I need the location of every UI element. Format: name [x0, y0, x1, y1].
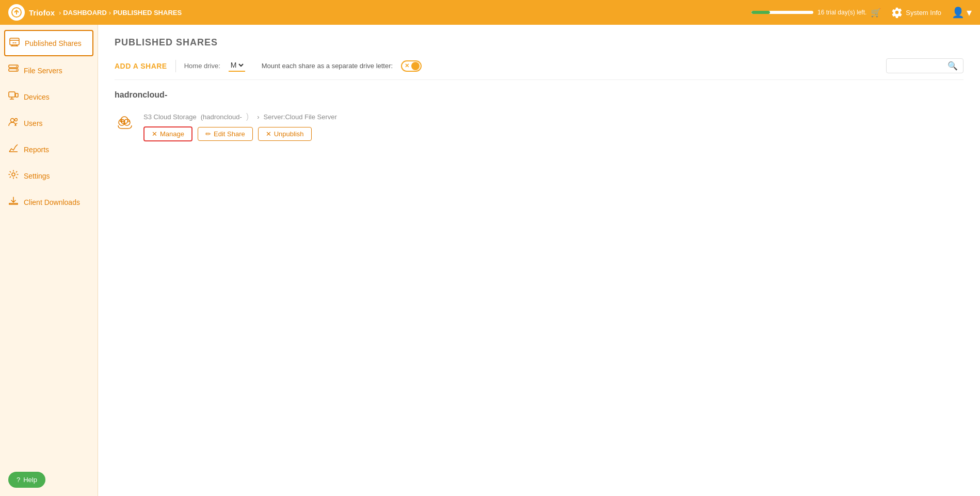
- toggle-x-icon: ✕: [405, 62, 409, 69]
- svg-point-6: [16, 66, 17, 67]
- manage-button[interactable]: ✕ Manage: [143, 126, 192, 141]
- svg-point-15: [12, 173, 15, 176]
- breadcrumb-sep2: ›: [109, 9, 111, 17]
- edit-share-button[interactable]: ✏ Edit Share: [198, 127, 253, 141]
- toggle-container: ✕: [401, 60, 422, 72]
- sidebar-item-users[interactable]: Users: [0, 110, 98, 136]
- gear-icon: [891, 7, 903, 18]
- share-meta: S3 Cloud Storage (hadroncloud- ) › Serve…: [143, 112, 963, 121]
- unpublish-icon: ✕: [266, 130, 271, 138]
- svg-point-12: [11, 119, 14, 122]
- search-input[interactable]: [892, 62, 944, 70]
- toolbar-row: ADD A SHARE Home drive: M N O P Mount ea…: [115, 58, 963, 80]
- sidebar-file-servers-label: File Servers: [24, 67, 62, 75]
- devices-icon: [8, 91, 19, 103]
- manage-icon: ✕: [152, 130, 157, 138]
- edit-icon: ✏: [205, 130, 211, 138]
- help-button[interactable]: ? Help: [8, 472, 45, 488]
- sidebar-item-reports[interactable]: Reports: [0, 136, 98, 163]
- mount-label: Mount each share as a separate drive let…: [262, 62, 393, 70]
- help-label: Help: [23, 476, 37, 484]
- share-name: (hadroncloud-: [201, 113, 242, 121]
- breadcrumb-dashboard[interactable]: DASHBOARD: [63, 9, 107, 17]
- reports-icon: [8, 143, 19, 155]
- share-type: S3 Cloud Storage: [143, 113, 197, 121]
- header: Triofox › DASHBOARD › PUBLISHED SHARES 1…: [0, 0, 980, 25]
- sidebar-published-shares-label: Published Shares: [25, 39, 82, 47]
- sidebar-devices-label: Devices: [24, 93, 50, 101]
- share-actions: ✕ Manage ✏ Edit Share ✕ Unpublish: [143, 126, 963, 141]
- manage-label: Manage: [160, 130, 184, 138]
- header-right: 16 trial day(s) left. 🛒 System Info 👤 ▾: [751, 6, 972, 19]
- breadcrumb-sep: ›: [59, 9, 61, 17]
- breadcrumb-current: PUBLISHED SHARES: [113, 9, 182, 17]
- edit-label: Edit Share: [214, 130, 245, 138]
- logo-icon: [8, 4, 25, 21]
- system-info-button[interactable]: System Info: [891, 7, 941, 18]
- users-icon: [8, 117, 19, 129]
- sidebar-users-label: Users: [24, 119, 43, 127]
- sidebar-item-devices[interactable]: Devices: [0, 84, 98, 110]
- help-icon: ?: [17, 476, 20, 484]
- share-group-title: hadroncloud-: [115, 90, 963, 100]
- svg-rect-9: [15, 93, 18, 97]
- sidebar-bottom: ? Help: [0, 463, 98, 496]
- cart-icon[interactable]: 🛒: [871, 8, 881, 18]
- share-item: S3 Cloud Storage (hadroncloud- ) › Serve…: [115, 106, 963, 148]
- add-share-button[interactable]: ADD A SHARE: [115, 60, 167, 72]
- user-menu[interactable]: 👤 ▾: [952, 6, 972, 19]
- system-info-label: System Info: [906, 9, 941, 17]
- search-icon[interactable]: 🔍: [947, 61, 958, 71]
- sidebar-settings-label: Settings: [24, 172, 50, 180]
- sidebar-item-client-downloads[interactable]: Client Downloads: [0, 189, 98, 215]
- toggle-knob: [411, 62, 420, 70]
- search-container: 🔍: [886, 58, 963, 73]
- trial-info: 16 trial day(s) left. 🛒: [751, 8, 881, 18]
- mount-toggle[interactable]: ✕: [401, 60, 422, 72]
- toolbar-divider: [175, 60, 176, 72]
- sidebar-reports-label: Reports: [24, 146, 49, 154]
- breadcrumb: › DASHBOARD › PUBLISHED SHARES: [59, 9, 182, 17]
- unpublish-label: Unpublish: [274, 130, 304, 138]
- main-content: PUBLISHED SHARES ADD A SHARE Home drive:…: [98, 25, 980, 496]
- sidebar: Published Shares File Servers: [0, 25, 98, 496]
- sidebar-item-file-servers[interactable]: File Servers: [0, 57, 98, 84]
- sidebar-client-downloads-label: Client Downloads: [24, 198, 80, 206]
- drive-select[interactable]: M N O P: [229, 60, 245, 70]
- svg-rect-8: [9, 92, 15, 97]
- settings-icon: [8, 170, 19, 182]
- client-downloads-icon: [8, 196, 19, 208]
- user-chevron-icon: ▾: [967, 6, 972, 19]
- page-title: PUBLISHED SHARES: [115, 37, 963, 48]
- svg-point-13: [15, 119, 18, 121]
- trial-text: 16 trial day(s) left.: [817, 9, 866, 16]
- share-group: hadroncloud- S3 Cloud Storage: [115, 90, 963, 148]
- file-servers-icon: [8, 65, 19, 76]
- header-left: Triofox › DASHBOARD › PUBLISHED SHARES: [8, 4, 182, 21]
- home-drive-label: Home drive:: [184, 62, 220, 70]
- drive-select-container: M N O P: [229, 60, 245, 72]
- logo: Triofox: [8, 4, 55, 21]
- trial-progress-fill: [751, 11, 770, 14]
- share-cloud-icon: [115, 114, 135, 136]
- layout: Published Shares File Servers: [0, 25, 980, 496]
- share-server: Server:Cloud File Server: [264, 113, 337, 121]
- brand-name: Triofox: [29, 8, 55, 17]
- trial-progress-bar: [751, 11, 813, 14]
- sidebar-item-settings[interactable]: Settings: [0, 163, 98, 189]
- published-shares-icon: [9, 37, 20, 49]
- share-details: S3 Cloud Storage (hadroncloud- ) › Serve…: [143, 112, 963, 141]
- svg-point-7: [16, 70, 17, 71]
- sidebar-item-published-shares[interactable]: Published Shares: [4, 30, 93, 56]
- user-icon: 👤: [952, 6, 965, 19]
- unpublish-button[interactable]: ✕ Unpublish: [258, 127, 312, 141]
- svg-rect-1: [10, 38, 19, 45]
